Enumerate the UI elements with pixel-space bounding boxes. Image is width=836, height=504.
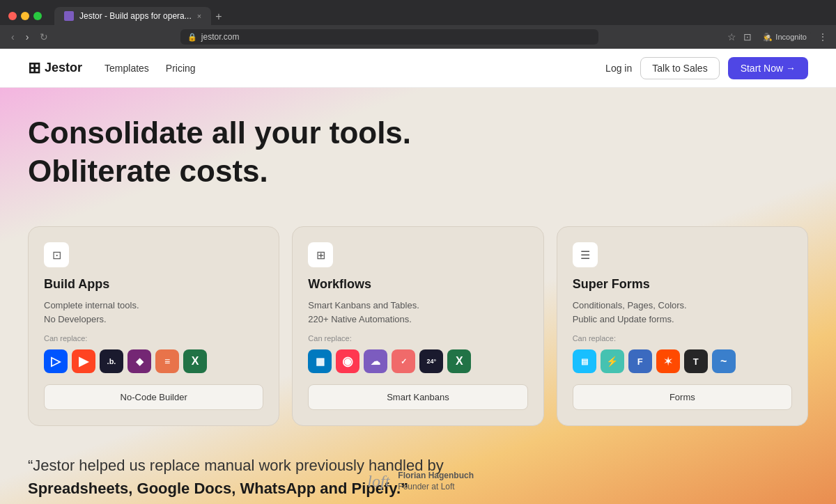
excel-icon-1: X: [183, 349, 207, 373]
website: ⊞ Jestor Templates Pricing Log in Talk t…: [0, 49, 836, 504]
forward-button[interactable]: ›: [23, 30, 32, 44]
super-forms-button[interactable]: Forms: [573, 384, 792, 410]
minimize-window-btn[interactable]: [21, 12, 29, 20]
workflows-desc-line2: 220+ Native Automations.: [308, 314, 412, 324]
build-apps-desc-line2: No Developers.: [44, 314, 107, 324]
build-apps-icon-wrap: ⊡: [44, 242, 69, 267]
hero-section: Consolidate all your tools. Obliterate c…: [0, 88, 836, 212]
build-apps-button[interactable]: No-Code Builder: [44, 384, 263, 410]
super-forms-title: Super Forms: [573, 277, 792, 292]
page-content: Consolidate all your tools. Obliterate c…: [0, 88, 836, 504]
logo[interactable]: ⊞ Jestor: [28, 59, 82, 77]
tab-bar: Jestor - Build apps for opera... × +: [54, 7, 222, 25]
navbar: ⊞ Jestor Templates Pricing Log in Talk t…: [0, 49, 836, 88]
incognito-badge: 🕵 Incognito: [759, 31, 811, 43]
logo-text: Jestor: [45, 61, 82, 75]
author-name: Florian Hagenbuch: [398, 470, 474, 482]
build-apps-tool-icons: ▷ ▶ .b. ◆ ≡ X: [44, 349, 263, 373]
build-apps-card: ⊡ Build Apps Complete internal tools. No…: [28, 226, 279, 426]
typeform-icon: T: [684, 349, 708, 373]
author-title: Founder at Loft: [398, 481, 474, 493]
nav-links: Templates Pricing: [104, 63, 196, 74]
super-forms-desc-line1: Conditionals, Pages, Colors.: [573, 300, 687, 310]
start-now-button[interactable]: Start Now →: [728, 57, 808, 79]
monday-icon: ◉: [336, 349, 359, 373]
refresh-button[interactable]: ↻: [37, 30, 51, 44]
workflows-icon: ⊞: [316, 249, 325, 262]
clickup-icon: ☁: [364, 349, 387, 373]
close-window-btn[interactable]: [8, 12, 17, 20]
super-forms-icon-wrap: ☰: [573, 242, 598, 267]
glide-icon: ▶: [72, 349, 95, 373]
author-info: Florian Hagenbuch Founder at Loft: [398, 470, 474, 494]
msforms-icon: F: [628, 349, 652, 373]
testimonial-author: loft Florian Hagenbuch Founder at Loft: [367, 470, 474, 494]
menu-icon[interactable]: ⋮: [818, 31, 828, 42]
logo-icon: ⊞: [28, 59, 39, 77]
active-tab[interactable]: Jestor - Build apps for opera... ×: [54, 7, 211, 25]
bubble-icon: .b.: [100, 349, 123, 373]
star-icon[interactable]: ☆: [727, 31, 736, 42]
workflows-desc-line1: Smart Kanbans and Tables.: [308, 300, 419, 310]
address-bar[interactable]: 🔒 jestor.com: [180, 29, 598, 45]
back-button[interactable]: ‹: [8, 30, 17, 44]
hero-title-line1: Consolidate all your tools.: [28, 116, 808, 151]
login-button[interactable]: Log in: [605, 63, 632, 74]
tab-favicon: [64, 11, 74, 21]
loft-logo: loft: [367, 472, 389, 491]
tab-close-icon[interactable]: ×: [197, 12, 201, 20]
super-forms-tool-icons: ▤ ⚡ F ✶ T ~: [573, 349, 792, 373]
powerapps-icon: ◆: [127, 349, 151, 373]
zapier-icon: ✶: [656, 349, 680, 373]
new-tab-button[interactable]: +: [215, 11, 222, 25]
super-forms-card: ☰ Super Forms Conditionals, Pages, Color…: [557, 226, 808, 426]
super-forms-icon: ☰: [580, 249, 590, 262]
nav-pricing[interactable]: Pricing: [166, 63, 196, 74]
incognito-label: Incognito: [775, 33, 807, 41]
super-forms-desc-line2: Public and Update forms.: [573, 314, 674, 324]
lock-icon: 🔒: [187, 33, 197, 42]
build-apps-desc-line1: Complete internal tools.: [44, 300, 139, 310]
toolbar-right: ☆ ⊡ 🕵 Incognito ⋮: [727, 31, 828, 43]
excel-icon-2: X: [447, 349, 471, 373]
nav-actions: Log in Talk to Sales Start Now →: [605, 57, 808, 79]
build-apps-desc: Complete internal tools. No Developers.: [44, 299, 263, 326]
workflows-tool-icons: ▦ ◉ ☁ ✓ 24° X: [308, 349, 527, 373]
build-apps-icon: ⊡: [52, 249, 61, 262]
browser-chrome: Jestor - Build apps for opera... × + ‹ ›…: [0, 0, 836, 49]
sessions24-icon: 24°: [419, 349, 443, 373]
super-forms-can-replace: Can replace:: [573, 334, 792, 342]
incognito-icon: 🕵: [763, 33, 773, 42]
asana-icon: ✓: [392, 349, 415, 373]
workflows-desc: Smart Kanbans and Tables. 220+ Native Au…: [308, 299, 527, 326]
build-apps-can-replace: Can replace:: [44, 334, 263, 342]
testimonial-section: “Jestor helped us replace manual work pr…: [0, 440, 543, 504]
workflows-can-replace: Can replace:: [308, 334, 527, 342]
hero-title-line2: Obliterate costs.: [28, 154, 808, 189]
browser-toolbar: ‹ › ↻ 🔒 jestor.com ☆ ⊡ 🕵 Incognito ⋮: [0, 25, 836, 49]
quote-bold: Spreadsheets, Google Docs, WhatsApp and …: [28, 480, 408, 497]
maximize-window-btn[interactable]: [33, 12, 42, 20]
address-text: jestor.com: [201, 32, 240, 42]
feature-cards: ⊡ Build Apps Complete internal tools. No…: [0, 212, 836, 440]
shortcut-icon: ⚡: [601, 349, 624, 373]
extensions-icon[interactable]: ⊡: [743, 31, 752, 42]
workflows-title: Workflows: [308, 277, 527, 292]
tab-title: Jestor - Build apps for opera...: [79, 11, 192, 21]
workflows-icon-wrap: ⊞: [308, 242, 333, 267]
trello-icon: ▦: [308, 349, 332, 373]
nav-templates[interactable]: Templates: [104, 63, 149, 74]
talk-to-sales-button[interactable]: Talk to Sales: [640, 57, 719, 79]
retool-icon: ≡: [155, 349, 179, 373]
super-forms-desc: Conditionals, Pages, Colors. Public and …: [573, 299, 792, 326]
framer-icon: ▷: [44, 349, 68, 373]
airtable-icon: ▤: [573, 349, 596, 373]
window-controls: [8, 12, 42, 20]
wufoo-icon: ~: [712, 349, 736, 373]
workflows-card: ⊞ Workflows Smart Kanbans and Tables. 22…: [292, 226, 543, 426]
workflows-button[interactable]: Smart Kanbans: [308, 384, 527, 410]
build-apps-title: Build Apps: [44, 277, 263, 292]
